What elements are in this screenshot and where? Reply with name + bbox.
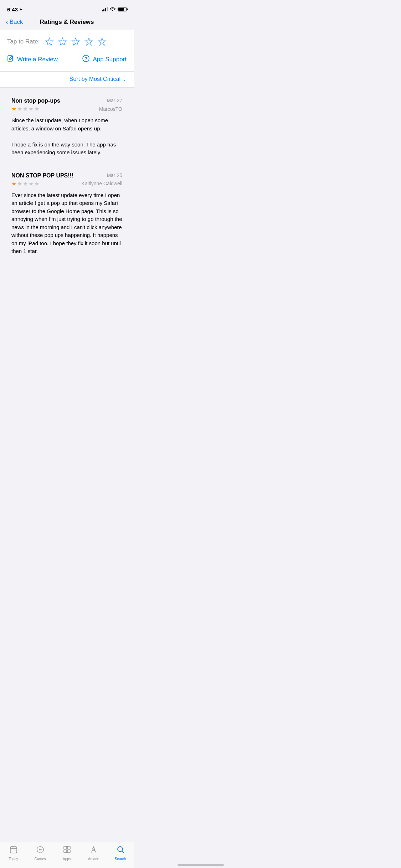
star-4[interactable]: ☆ [84,36,94,47]
star-5[interactable]: ☆ [97,36,107,47]
review-body-1: Since the last update, when I open some … [11,117,122,157]
rating-stars[interactable]: ☆ ☆ ☆ ☆ ☆ [44,36,107,47]
signal-icon [102,7,108,11]
app-support-label: App Support [93,56,127,63]
rating-section: Tap to Rate: ☆ ☆ ☆ ☆ ☆ Write a Review [0,30,134,72]
star-3[interactable]: ☆ [71,36,81,47]
back-label: Back [10,19,23,26]
star-2[interactable]: ☆ [57,36,68,47]
review-body-2: Ever since the latest update every time … [11,191,122,255]
tap-to-rate-row: Tap to Rate: ☆ ☆ ☆ ☆ ☆ [7,36,127,47]
write-review-button[interactable]: Write a Review [7,55,58,64]
review-meta-2: ★ ★ ★ ★ ★ Kaitlynne Caldwell [11,180,122,187]
review-stars-1: ★ ★ ★ ★ ★ [11,105,39,112]
review-title-1: Non stop pop-ups [11,98,60,104]
sort-label: Sort by Most Critical [70,76,120,82]
review-star-2-4: ★ [29,180,34,187]
sort-row: Sort by Most Critical ⌄ [0,72,134,88]
review-card-1: Non stop pop-ups Mar 27 ★ ★ ★ ★ ★ Marcos… [6,92,128,162]
review-author-1: MarcosTO [99,106,122,112]
svg-text:?: ? [85,56,88,61]
review-date-1: Mar 27 [107,98,122,103]
review-title-2: NON STOP POP UPS!!! [11,172,73,179]
review-star-1-3: ★ [23,105,28,112]
review-star-2-3: ★ [23,180,28,187]
review-date-2: Mar 25 [107,172,122,178]
reviews-container: Non stop pop-ups Mar 27 ★ ★ ★ ★ ★ Marcos… [0,88,134,265]
location-icon: ➤ [19,7,22,12]
review-star-1-1: ★ [11,105,16,112]
review-author-2: Kaitlynne Caldwell [82,181,122,186]
app-support-icon: ? [82,55,90,64]
actions-row: Write a Review ? App Support [7,55,127,64]
review-star-2-2: ★ [17,180,22,187]
review-star-1-4: ★ [29,105,34,112]
back-chevron-icon: ‹ [6,18,8,26]
star-1[interactable]: ☆ [44,36,55,47]
back-button[interactable]: ‹ Back [6,18,23,26]
wifi-icon [110,7,115,12]
sort-chevron-icon: ⌄ [123,77,127,82]
write-review-label: Write a Review [17,56,58,63]
write-review-icon [7,55,14,64]
status-bar: 6:43 ➤ [0,0,134,16]
review-card-2: NON STOP POP UPS!!! Mar 25 ★ ★ ★ ★ ★ Kai… [6,167,128,261]
review-header-2: NON STOP POP UPS!!! Mar 25 [11,172,122,179]
review-header-1: Non stop pop-ups Mar 27 [11,98,122,104]
tap-to-rate-label: Tap to Rate: [7,38,40,45]
review-star-2-5: ★ [34,180,39,187]
status-time: 6:43 ➤ [7,6,22,12]
review-star-1-2: ★ [17,105,22,112]
sort-button[interactable]: Sort by Most Critical ⌄ [70,76,127,82]
review-star-2-1: ★ [11,180,16,187]
nav-bar: ‹ Back Ratings & Reviews [0,16,134,30]
review-star-1-5: ★ [34,105,39,112]
page-title: Ratings & Reviews [40,19,94,26]
review-meta-1: ★ ★ ★ ★ ★ MarcosTO [11,105,122,112]
review-stars-2: ★ ★ ★ ★ ★ [11,180,39,187]
app-support-button[interactable]: ? App Support [82,55,127,64]
status-icons [102,7,127,12]
battery-icon [118,7,127,11]
main-content: Tap to Rate: ☆ ☆ ☆ ☆ ☆ Write a Review [0,30,134,298]
